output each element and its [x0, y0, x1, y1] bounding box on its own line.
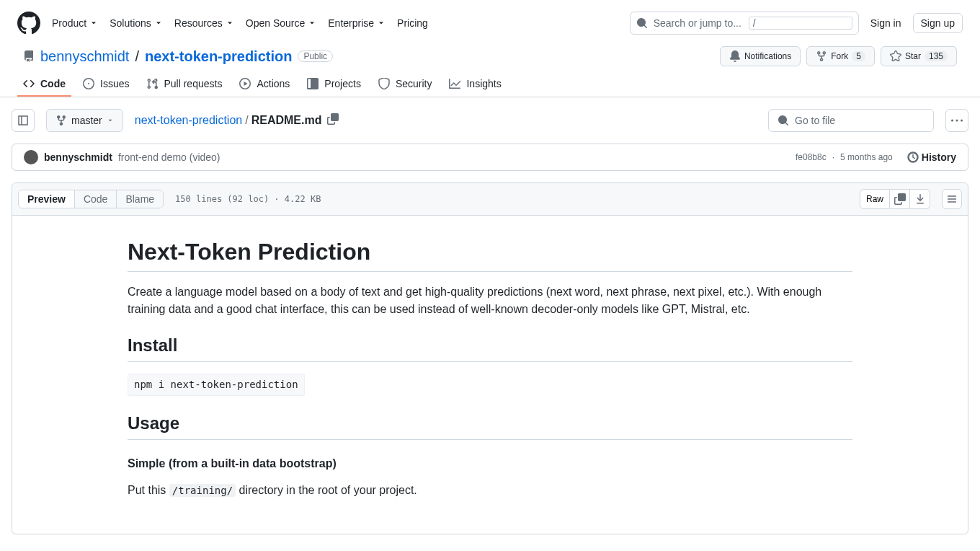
- commit-dot: ·: [832, 152, 834, 162]
- list-icon: [946, 193, 958, 205]
- sidepanel-icon: [17, 115, 29, 126]
- tab-issues[interactable]: Issues: [77, 72, 135, 97]
- kebab-icon: [951, 115, 963, 126]
- owner-link[interactable]: bennyschmidt: [40, 48, 129, 65]
- breadcrumb-root[interactable]: next-token-prediction: [135, 114, 242, 127]
- visibility-badge: Public: [298, 50, 333, 62]
- star-count: 135: [925, 51, 948, 61]
- commit-sha[interactable]: fe08b8c: [796, 152, 827, 162]
- repo-link[interactable]: next-token-prediction: [145, 48, 292, 65]
- copy-path-button[interactable]: [324, 113, 339, 128]
- tab-pulls[interactable]: Pull requests: [141, 72, 228, 97]
- view-preview[interactable]: Preview: [19, 190, 75, 208]
- copy-icon: [894, 193, 906, 205]
- star-icon: [890, 50, 901, 62]
- outline-button[interactable]: [942, 189, 962, 209]
- repo-tabs: Code Issues Pull requests Actions Projec…: [0, 72, 980, 97]
- history-link[interactable]: History: [907, 151, 956, 163]
- nav-opensource[interactable]: Open Source: [246, 17, 317, 29]
- bell-icon: [729, 50, 741, 62]
- repo-icon: [23, 50, 35, 62]
- breadcrumb-file: README.md: [251, 114, 322, 127]
- goto-file-input[interactable]: Go to file: [768, 109, 934, 132]
- nav-resources[interactable]: Resources: [174, 17, 234, 29]
- nav-solutions[interactable]: Solutions: [110, 17, 163, 29]
- tab-insights[interactable]: Insights: [443, 72, 507, 97]
- readme-h2-usage: Usage: [128, 413, 852, 440]
- insights-icon: [449, 78, 460, 89]
- nav-product[interactable]: Product: [52, 17, 98, 29]
- fork-button[interactable]: Fork 5: [806, 46, 875, 66]
- more-button[interactable]: [945, 109, 968, 132]
- global-nav: Product Solutions Resources Open Source …: [52, 17, 428, 29]
- install-command: npm i next-token-prediction: [128, 374, 305, 396]
- signup-button[interactable]: Sign up: [913, 13, 963, 33]
- caret-down-icon: [107, 117, 114, 124]
- star-button[interactable]: Star 135: [881, 46, 957, 66]
- history-icon: [907, 151, 919, 163]
- view-blame[interactable]: Blame: [117, 190, 163, 208]
- nav-pricing[interactable]: Pricing: [397, 17, 428, 29]
- readme-usage-p: Put this /training/ directory in the roo…: [128, 482, 852, 499]
- file-stats: 150 lines (92 loc) · 4.22 KB: [175, 194, 321, 204]
- commit-time: 5 months ago: [840, 152, 893, 162]
- copy-icon: [327, 113, 339, 125]
- fork-count: 5: [852, 51, 865, 61]
- commit-author[interactable]: bennyschmidt: [44, 151, 112, 163]
- latest-commit: bennyschmidt front-end demo (video) fe08…: [12, 144, 968, 171]
- tab-projects[interactable]: Projects: [301, 72, 367, 97]
- fork-icon: [816, 50, 827, 62]
- repo-title: bennyschmidt / next-token-prediction Pub…: [23, 48, 333, 65]
- commit-message[interactable]: front-end demo (video): [118, 151, 220, 163]
- download-button[interactable]: [910, 189, 930, 209]
- branch-icon: [55, 115, 67, 126]
- readme-h1: Next-Token Prediction: [128, 239, 852, 272]
- view-toggle: Preview Code Blame: [18, 190, 164, 208]
- readme-h3-simple: Simple (from a built-in data bootstrap): [128, 457, 852, 470]
- notifications-button[interactable]: Notifications: [720, 46, 801, 66]
- tab-code[interactable]: Code: [17, 72, 71, 97]
- download-icon: [914, 193, 926, 205]
- search-icon: [636, 17, 648, 29]
- search-kbd: /: [749, 17, 852, 30]
- actions-icon: [239, 78, 251, 89]
- branch-select[interactable]: master: [46, 109, 123, 132]
- breadcrumb: next-token-prediction / README.md: [135, 113, 757, 128]
- raw-button[interactable]: Raw: [860, 189, 890, 209]
- security-icon: [378, 78, 390, 89]
- github-logo[interactable]: [17, 12, 40, 35]
- tab-actions[interactable]: Actions: [233, 72, 295, 97]
- projects-icon: [307, 78, 318, 89]
- issues-icon: [83, 78, 94, 89]
- readme-intro: Create a language model based on a body …: [128, 283, 852, 318]
- view-code[interactable]: Code: [75, 190, 117, 208]
- nav-enterprise[interactable]: Enterprise: [328, 17, 386, 29]
- sidepanel-toggle[interactable]: [12, 109, 35, 132]
- avatar[interactable]: [24, 150, 38, 164]
- search-icon: [778, 115, 789, 126]
- copy-button[interactable]: [890, 189, 910, 209]
- search-placeholder: Search or jump to...: [654, 17, 749, 29]
- tab-security[interactable]: Security: [373, 72, 438, 97]
- signin-link[interactable]: Sign in: [870, 17, 901, 29]
- slash: /: [135, 48, 139, 65]
- code-icon: [23, 78, 35, 89]
- pr-icon: [146, 78, 158, 89]
- readme-h2-install: Install: [128, 335, 852, 362]
- training-dir-code[interactable]: /training/: [169, 484, 236, 497]
- file-toolbar: Preview Code Blame 150 lines (92 loc) · …: [12, 183, 968, 216]
- readme-content: Next-Token Prediction Create a language …: [12, 216, 968, 534]
- search-input[interactable]: Search or jump to... /: [630, 12, 859, 35]
